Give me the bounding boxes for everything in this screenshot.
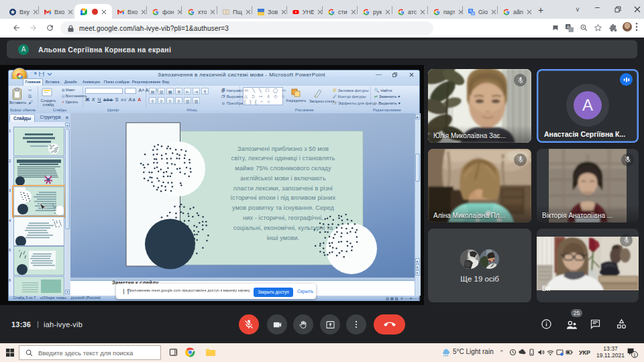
svg-text:文: 文 xyxy=(472,11,475,15)
